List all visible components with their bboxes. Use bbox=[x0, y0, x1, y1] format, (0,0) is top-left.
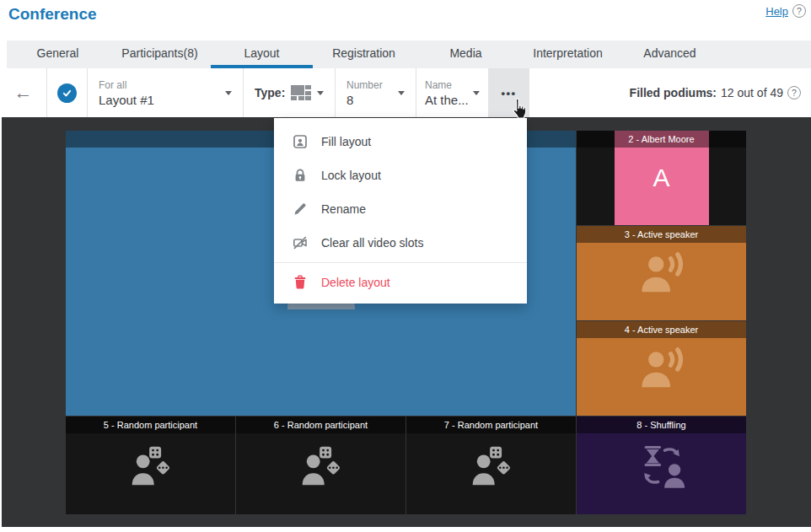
check-circle-icon bbox=[57, 83, 77, 103]
menu-item-rename[interactable]: Rename bbox=[274, 192, 527, 226]
layout-select-value: Layout #1 bbox=[99, 93, 154, 107]
help-link[interactable]: Help bbox=[765, 5, 788, 18]
pencil-icon bbox=[293, 202, 308, 217]
menu-item-clear-all-video-slots[interactable]: Clear all video slots bbox=[274, 226, 527, 260]
menu-item-lock-layout[interactable]: Lock layout bbox=[274, 159, 527, 192]
filled-podiums-label: Filled podiums: bbox=[630, 86, 717, 99]
number-select-label: Number bbox=[346, 79, 383, 91]
video-slash-icon bbox=[293, 235, 308, 250]
layout-select-label: For all bbox=[99, 79, 154, 91]
filled-podiums-value: 12 out of 49 bbox=[721, 86, 783, 99]
video-slot-2[interactable]: A 2 - Albert Moore bbox=[577, 131, 746, 225]
chevron-down-icon bbox=[398, 91, 405, 95]
layout-type-thumbnail-icon bbox=[291, 85, 311, 100]
layout-toolbar: ← For all Layout #1 Type: Num bbox=[0, 68, 811, 117]
type-select-dropdown[interactable]: Type: bbox=[244, 68, 335, 117]
slot-6-header: 6 - Random participant bbox=[236, 416, 406, 433]
video-slot-7[interactable]: 7 - Random participant bbox=[406, 416, 576, 514]
back-button[interactable]: ← bbox=[0, 68, 46, 117]
trash-icon bbox=[293, 275, 308, 290]
chevron-down-icon bbox=[317, 91, 324, 95]
tab-participants[interactable]: Participants(8) bbox=[109, 40, 211, 68]
number-select-value: 8 bbox=[346, 93, 383, 107]
tab-advanced[interactable]: Advanced bbox=[619, 40, 721, 68]
tab-general[interactable]: General bbox=[7, 40, 109, 68]
tab-bar: General Participants(8) Layout Registrat… bbox=[7, 40, 811, 68]
tab-registration[interactable]: Registration bbox=[313, 40, 415, 68]
menu-item-delete-layout[interactable]: Delete layout bbox=[274, 266, 527, 299]
menu-item-label: Clear all video slots bbox=[321, 236, 423, 250]
toolbar-spacer bbox=[529, 68, 630, 117]
layout-options-menu: Fill layout Lock layout Rename bbox=[274, 118, 527, 304]
video-slot-4[interactable]: 4 - Active speaker bbox=[577, 321, 746, 416]
menu-item-label: Delete layout bbox=[321, 276, 390, 289]
tab-interpretation[interactable]: Interpretation bbox=[517, 40, 619, 68]
type-label: Type: bbox=[255, 86, 285, 99]
slot-7-header: 7 - Random participant bbox=[406, 416, 576, 433]
fill-layout-icon bbox=[293, 134, 308, 149]
lock-icon bbox=[293, 168, 308, 183]
video-slot-6[interactable]: 6 - Random participant bbox=[236, 416, 406, 514]
layout-select-dropdown[interactable]: For all Layout #1 bbox=[88, 68, 243, 117]
chevron-down-icon bbox=[473, 91, 480, 95]
tab-layout[interactable]: Layout bbox=[211, 40, 313, 68]
name-select-dropdown[interactable]: Name At the... bbox=[416, 68, 488, 117]
slot-8-header: 8 - Shuffling bbox=[577, 416, 746, 433]
podiums-help-icon[interactable]: ? bbox=[787, 86, 801, 99]
menu-divider bbox=[274, 262, 527, 263]
slot-4-header: 4 - Active speaker bbox=[577, 321, 746, 338]
chevron-down-icon bbox=[225, 91, 232, 95]
help-question-icon[interactable]: ? bbox=[792, 4, 806, 18]
menu-item-label: Rename bbox=[321, 202, 366, 216]
avatar-letter: A bbox=[653, 164, 669, 192]
apply-layout-button[interactable] bbox=[47, 68, 87, 117]
name-select-label: Name bbox=[425, 79, 469, 91]
help-area: Help ? bbox=[765, 4, 806, 18]
menu-item-fill-layout[interactable]: Fill layout bbox=[274, 125, 527, 159]
menu-item-label: Fill layout bbox=[321, 135, 371, 148]
number-select-dropdown[interactable]: Number 8 bbox=[336, 68, 416, 117]
more-dots-icon: ••• bbox=[501, 87, 516, 99]
page-title: Conference bbox=[8, 5, 97, 24]
tab-media[interactable]: Media bbox=[415, 40, 517, 68]
slot-3-header: 3 - Active speaker bbox=[577, 226, 746, 243]
conference-page: Conference Help ? General Participants(8… bbox=[0, 0, 811, 532]
more-options-button[interactable]: ••• bbox=[488, 68, 529, 117]
menu-item-label: Lock layout bbox=[321, 169, 381, 182]
video-slot-8[interactable]: 8 - Shuffling bbox=[577, 416, 746, 514]
slot-2-header: 2 - Albert Moore bbox=[577, 131, 746, 148]
name-select-value: At the... bbox=[425, 93, 469, 107]
video-slot-5[interactable]: 5 - Random participant bbox=[66, 416, 235, 514]
slot-5-header: 5 - Random participant bbox=[66, 416, 235, 433]
filled-podiums-status: Filled podiums: 12 out of 49 ? bbox=[630, 68, 811, 117]
back-arrow-icon: ← bbox=[14, 83, 33, 102]
video-slot-3[interactable]: 3 - Active speaker bbox=[577, 226, 746, 320]
